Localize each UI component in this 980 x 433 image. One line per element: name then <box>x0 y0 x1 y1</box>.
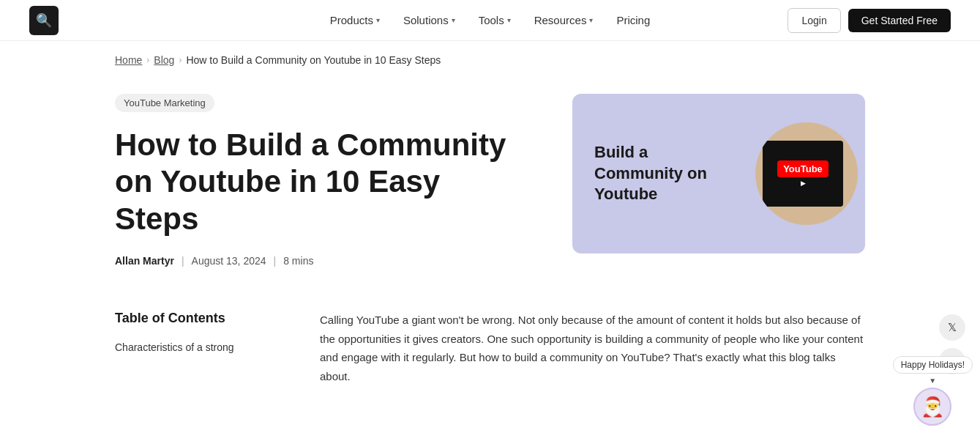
logo[interactable]: 🔍 <box>29 6 59 35</box>
category-tag[interactable]: YouTube Marketing <box>115 94 214 112</box>
holiday-avatar[interactable]: 🎅 <box>913 388 951 400</box>
article-date: August 13, 2024 <box>192 255 266 267</box>
holiday-label: Happy Holidays! <box>893 356 973 374</box>
get-started-button[interactable]: Get Started Free <box>848 9 951 32</box>
yt-sub-text: ▶ <box>801 180 806 187</box>
meta-sep-2: | <box>274 255 277 267</box>
twitter-icon: 𝕏 <box>948 321 957 334</box>
breadcrumb-current: How to Build a Community on Youtube in 1… <box>186 54 441 66</box>
article-read-time: 8 mins <box>283 255 313 267</box>
toc-title: Table of Contents <box>115 311 276 326</box>
nav-solutions[interactable]: Solutions ▾ <box>393 8 465 32</box>
hero-monitor: YouTube ▶ <box>748 94 865 253</box>
nav-products[interactable]: Products ▾ <box>320 8 390 32</box>
meta-sep-1: | <box>182 255 184 267</box>
twitter-share-button[interactable]: 𝕏 <box>939 314 965 341</box>
holiday-widget: Happy Holidays! ▼ 🎅 <box>893 356 973 400</box>
chevron-down-icon: ▾ <box>452 16 455 24</box>
table-of-contents: Table of Contents Characteristics of a s… <box>115 311 276 385</box>
monitor-screen: YouTube ▶ <box>763 141 843 207</box>
breadcrumb-sep-1: › <box>146 55 149 65</box>
youtube-logo: YouTube <box>777 160 828 177</box>
navigation: 🔍 Products ▾ Solutions ▾ Tools ▾ Resourc… <box>0 0 980 41</box>
article-title: How to Build a Community on Youtube in 1… <box>115 127 528 237</box>
article-body: Calling YouTube a giant won't be wrong. … <box>320 311 865 385</box>
hero-image-text: Build a Community on Youtube <box>572 120 748 227</box>
breadcrumb-sep-2: › <box>179 55 182 65</box>
breadcrumb: Home › Blog › How to Build a Community o… <box>0 41 980 79</box>
toc-item[interactable]: Characteristics of a strong <box>115 341 276 355</box>
breadcrumb-home[interactable]: Home <box>115 54 142 66</box>
nav-resources[interactable]: Resources ▾ <box>524 8 604 32</box>
lower-section: Table of Contents Characteristics of a s… <box>0 296 980 400</box>
chevron-down-icon: ▾ <box>507 16 511 24</box>
nav-tools[interactable]: Tools ▾ <box>468 8 521 32</box>
article-left: YouTube Marketing How to Build a Communi… <box>115 94 528 267</box>
nav-links: Products ▾ Solutions ▾ Tools ▾ Resources… <box>320 8 661 32</box>
logo-icon: 🔍 <box>36 12 52 29</box>
article-hero-image: Build a Community on Youtube YouTube ▶ <box>572 94 865 253</box>
nav-actions: Login Get Started Free <box>788 8 951 33</box>
login-button[interactable]: Login <box>788 8 840 33</box>
holiday-chevron-icon: ▼ <box>929 377 936 385</box>
nav-pricing[interactable]: Pricing <box>606 8 660 32</box>
chevron-down-icon: ▾ <box>376 16 380 24</box>
breadcrumb-blog[interactable]: Blog <box>154 54 174 66</box>
monitor-circle: YouTube ▶ <box>755 122 858 225</box>
article-hero: YouTube Marketing How to Build a Communi… <box>0 79 980 296</box>
article-author: Allan Martyr <box>115 255 174 267</box>
article-meta: Allan Martyr | August 13, 2024 | 8 mins <box>115 255 528 267</box>
chevron-down-icon: ▾ <box>589 16 593 24</box>
